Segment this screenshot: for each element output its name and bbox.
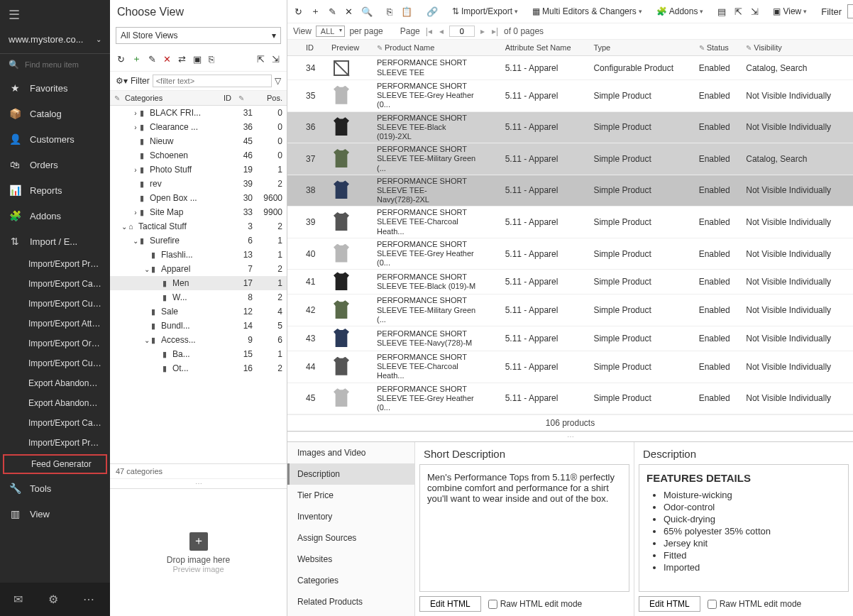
page-input[interactable] (449, 26, 475, 37)
sidebar-item[interactable]: ⇅Import / E... (0, 229, 110, 254)
swap-icon[interactable]: ⇄ (177, 53, 187, 66)
last-page-icon[interactable]: ▸| (490, 26, 500, 36)
tool-icon-3[interactable]: ⇲ (748, 4, 761, 19)
menu-search-input[interactable] (25, 60, 101, 69)
col-preview[interactable]: Preview (327, 40, 373, 56)
sidebar-sub-item[interactable]: Import/Export Cus... (0, 353, 110, 373)
show-product-button[interactable]: Show product (847, 4, 853, 18)
col-id[interactable]: ID (302, 40, 327, 56)
delete-icon[interactable]: ✕ (162, 53, 172, 66)
detail-tab[interactable]: Description (287, 463, 414, 485)
sidebar-item-tools[interactable]: 🔧 Tools (0, 475, 110, 501)
view-menu[interactable]: ▣ View▾ (770, 4, 810, 18)
product-row[interactable]: 44PERFORMANCE SHORT SLEEVE TEE-Charcoal … (287, 351, 853, 383)
desc-body[interactable]: FEATURES DETAILS Moisture-wickingOdor-co… (639, 464, 849, 592)
col-type[interactable]: Type (589, 40, 694, 56)
sidebar-sub-item[interactable]: Import/Export Cat... (0, 274, 110, 294)
image-drop-zone[interactable]: ＋ Drop image here Preview image (110, 488, 287, 616)
collapse-icon[interactable]: ⇱ (255, 53, 266, 66)
tree-row[interactable]: ⌄⌂Tactical Stuff32 (110, 219, 287, 233)
panel-resize-handle[interactable]: ⋯ (110, 478, 287, 488)
sidebar-item[interactable]: 📊Reports (0, 177, 110, 203)
sidebar-item[interactable]: 🧩Addons (0, 203, 110, 229)
tree-row[interactable]: ▮Sale124 (110, 304, 287, 319)
paste-icon[interactable]: 📋 (398, 4, 415, 19)
edit-icon[interactable]: ✎ (326, 4, 339, 19)
sidebar-sub-item[interactable]: Import/Export Cart... (0, 413, 110, 433)
sidebar-item-feed-generator[interactable]: Feed Generator (3, 454, 107, 474)
tree-row[interactable]: ▮Schoenen460 (110, 148, 287, 163)
detail-tab[interactable]: Inventory (287, 506, 414, 527)
expand-icon[interactable]: ⌄ (131, 237, 140, 245)
sidebar-item[interactable]: ★Favorites (0, 75, 110, 101)
expand-icon[interactable]: ⌄ (143, 336, 151, 344)
raw-html-toggle[interactable]: Raw HTML edit mode (488, 599, 583, 609)
product-row[interactable]: 43PERFORMANCE SHORT SLEEVE TEE-Navy(728)… (287, 326, 853, 351)
tree-row[interactable]: ⌄▮Surefire61 (110, 233, 287, 248)
product-row[interactable]: 38PERFORMANCE SHORT SLEEVE TEE-Navy(728)… (287, 175, 853, 207)
refresh-icon[interactable]: ↻ (116, 53, 126, 66)
detail-tab[interactable]: Tier Price (287, 485, 414, 506)
detail-tab[interactable]: Related Products (287, 591, 414, 612)
product-row[interactable]: 36PERFORMANCE SHORT SLEEVE TEE-Black (01… (287, 111, 853, 143)
raw-html-toggle[interactable]: Raw HTML edit mode (708, 599, 802, 609)
sidebar-sub-item[interactable]: Import/Export Attri... (0, 314, 110, 334)
expand-icon[interactable]: › (131, 123, 140, 131)
tree-row[interactable]: ›▮Site Map339900 (110, 205, 287, 219)
menu-search[interactable]: 🔍 (0, 54, 110, 75)
image-icon[interactable]: ▣ (192, 53, 203, 66)
tree-row[interactable]: ▮Flashli...131 (110, 248, 287, 262)
detail-tab[interactable]: Websites (287, 549, 414, 570)
import-export-menu[interactable]: ⇅ Import/Export▾ (449, 4, 521, 18)
gear-icon[interactable]: ⚙ (35, 583, 71, 616)
more-icon[interactable]: ⋯ (71, 583, 106, 616)
col-attrset[interactable]: Attribute Set Name (501, 40, 590, 56)
product-row[interactable]: 34PERFORMANCE SHORT SLEEVE TEE5.11 - App… (287, 56, 853, 80)
sidebar-sub-item[interactable]: Import/Export Cus... (0, 294, 110, 314)
tree-row[interactable]: ⌄▮Apparel72 (110, 262, 287, 276)
detail-tab[interactable]: Categories (287, 570, 414, 591)
tree-row[interactable]: ▮Ba...151 (110, 347, 287, 361)
copy-icon[interactable]: ⎘ (384, 4, 395, 19)
add-icon[interactable]: ＋ (131, 51, 143, 67)
sidebar-sub-item[interactable]: Import/Export Ord... (0, 334, 110, 353)
sidebar-item[interactable]: 🛍Orders (0, 152, 110, 177)
prev-page-icon[interactable]: ◂ (438, 26, 445, 36)
sidebar-sub-item[interactable]: Import/Export Pro... (0, 433, 110, 453)
tree-row[interactable]: ›▮Photo Stuff191 (110, 163, 287, 177)
store-switcher[interactable]: www.mystore.co... ⌄ (0, 30, 110, 54)
add-icon[interactable]: ＋ (308, 3, 323, 20)
expand-icon[interactable]: › (131, 209, 140, 216)
tool-icon-1[interactable]: ▤ (715, 4, 729, 19)
col-categories[interactable]: Categories (125, 94, 163, 102)
edit-html-button[interactable]: Edit HTML (639, 596, 700, 612)
product-row[interactable]: 35PERFORMANCE SHORT SLEEVE TEE-Grey Heat… (287, 80, 853, 112)
tree-row[interactable]: ▮rev392 (110, 177, 287, 191)
product-row[interactable]: 40PERFORMANCE SHORT SLEEVE TEE-Grey Heat… (287, 238, 853, 270)
hamburger-icon[interactable]: ☰ (0, 0, 110, 30)
sidebar-item-view[interactable]: ▥ View (0, 501, 110, 527)
category-tree[interactable]: ›▮BLACK FRI...310›▮Clearance ...360▮Nieu… (110, 106, 287, 463)
tree-row[interactable]: ›▮Clearance ...360 (110, 120, 287, 134)
edit-icon[interactable]: ✎ (147, 53, 158, 66)
tool-icon-2[interactable]: ⇱ (732, 4, 745, 19)
panel-resize-handle[interactable]: ⋯ (287, 431, 853, 441)
col-status[interactable]: ✎Status (695, 40, 742, 56)
multi-editors-menu[interactable]: ▦ Multi Editors & Changers▾ (529, 4, 645, 18)
search-icon[interactable]: 🔍 (358, 4, 375, 19)
next-page-icon[interactable]: ▸ (479, 26, 486, 36)
detail-tab[interactable]: Images and Video (287, 442, 414, 463)
tree-row[interactable]: ▮W...82 (110, 290, 287, 304)
col-pos[interactable]: Pos. (253, 94, 282, 102)
tree-row[interactable]: ▮Nieuw450 (110, 134, 287, 148)
col-id[interactable]: ID (203, 94, 231, 102)
edit-html-button[interactable]: Edit HTML (419, 596, 481, 612)
col-visibility[interactable]: ✎Visibility (742, 40, 853, 56)
product-row[interactable]: 45PERFORMANCE SHORT SLEEVE TEE-Grey Heat… (287, 383, 853, 414)
tree-row[interactable]: ›▮BLACK FRI...310 (110, 106, 287, 120)
copy-icon[interactable]: ⎘ (207, 53, 216, 66)
detail-tab[interactable]: Up-sells (287, 612, 414, 616)
sidebar-item[interactable]: 👤Customers (0, 126, 110, 152)
sidebar-sub-item[interactable]: Export Abandoned... (0, 373, 110, 393)
tree-row[interactable]: ▮Bundl...145 (110, 319, 287, 333)
